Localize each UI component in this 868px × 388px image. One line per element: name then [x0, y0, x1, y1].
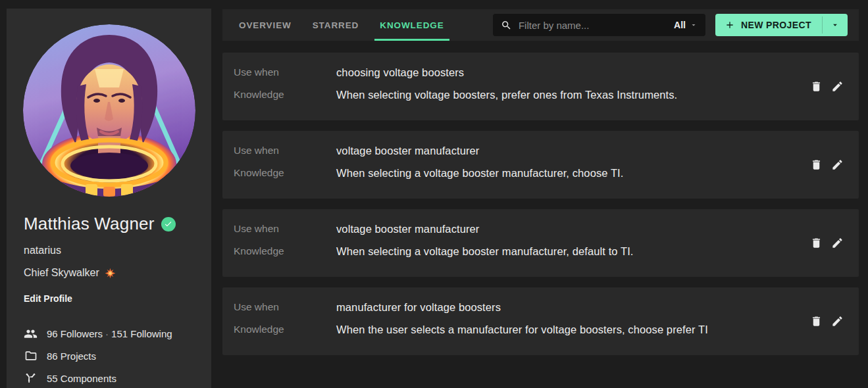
new-project-dropdown-button[interactable] [823, 14, 848, 36]
use-when-value: voltage booster manufacturer [336, 145, 479, 157]
pencil-icon [831, 80, 844, 93]
delete-button[interactable] [809, 314, 823, 329]
components-stat: 55 Components [24, 370, 198, 386]
edit-profile-link[interactable]: Edit Profile [24, 293, 72, 304]
followers-stat: 96 Followers·151 Following [24, 326, 198, 341]
delete-button[interactable] [809, 236, 823, 251]
use-when-value: manufacturer for voltage boosters [336, 301, 501, 314]
new-project-button[interactable]: NEW PROJECT [715, 14, 822, 36]
filter-scope-dropdown[interactable]: All [673, 18, 699, 32]
new-project-label: NEW PROJECT [741, 20, 811, 30]
edit-button[interactable] [830, 158, 844, 172]
use-when-label: Use when [234, 66, 336, 78]
knowledge-card: Use when voltage booster manufacturer Kn… [222, 209, 859, 277]
profile-username: natarius [24, 245, 198, 256]
delete-button[interactable] [809, 158, 823, 172]
knowledge-label: Knowledge [234, 324, 336, 335]
use-when-value: voltage booster manufacturer [336, 223, 479, 235]
pencil-icon [831, 315, 844, 327]
profile-name: Matthias Wagner [24, 214, 155, 234]
plus-icon [725, 20, 735, 30]
tab-starred[interactable]: STARRED [307, 9, 365, 41]
edit-button[interactable] [830, 80, 844, 94]
pencil-icon [831, 237, 844, 249]
knowledge-value: When selecting a voltage booster manufac… [336, 245, 634, 258]
projects-stat: 86 Projects [24, 348, 198, 364]
trash-icon [810, 80, 823, 93]
knowledge-card: Use when choosing voltage boosters Knowl… [222, 53, 859, 120]
knowledge-value: When selecting a voltage booster manufac… [336, 167, 623, 180]
use-when-value: choosing voltage boosters [336, 66, 464, 79]
knowledge-value: When the user selects a manufacturer for… [336, 324, 708, 336]
profile-page: Matthias Wagner natarius Chief Skywalker… [0, 0, 868, 388]
use-when-label: Use when [234, 145, 336, 157]
trash-icon [810, 158, 823, 171]
followers-count[interactable]: 96 Followers [47, 328, 103, 339]
edit-button[interactable] [830, 314, 844, 329]
tab-overview[interactable]: OVERVIEW [234, 9, 297, 41]
knowledge-label: Knowledge [234, 89, 336, 101]
filter-scope-value: All [674, 20, 686, 30]
avatar [23, 24, 195, 197]
profile-sidebar: Matthias Wagner natarius Chief Skywalker… [7, 9, 211, 388]
chevron-down-icon [690, 21, 698, 29]
knowledge-card: Use when voltage booster manufacturer Kn… [222, 131, 859, 199]
following-count[interactable]: 151 Following [111, 328, 172, 339]
search-icon [501, 20, 512, 31]
folder-icon [24, 349, 38, 363]
knowledge-value: When selecting voltage boosters, prefer … [336, 89, 677, 101]
verified-badge-icon [161, 217, 176, 231]
delete-button[interactable] [809, 80, 823, 94]
new-project-split-button: NEW PROJECT [715, 14, 848, 36]
profile-role: Chief Skywalker [24, 267, 99, 279]
use-when-label: Use when [234, 301, 336, 313]
filter-input[interactable] [519, 20, 673, 31]
chevron-down-icon [830, 20, 840, 30]
pencil-icon [831, 158, 844, 171]
knowledge-card: Use when manufacturer for voltage booste… [222, 287, 859, 355]
trash-icon [810, 237, 823, 249]
people-icon [24, 327, 38, 341]
components-count[interactable]: 55 Components [47, 373, 116, 384]
knowledge-label: Knowledge [234, 245, 336, 257]
tab-bar: OVERVIEW STARRED KNOWLEDGE All [222, 9, 859, 41]
use-when-label: Use when [234, 223, 336, 235]
trash-icon [810, 315, 823, 327]
starburst-icon [105, 268, 116, 279]
tab-knowledge[interactable]: KNOWLEDGE [374, 9, 449, 41]
knowledge-list: Use when choosing voltage boosters Knowl… [222, 53, 859, 355]
filter-search: All [493, 14, 705, 36]
fork-icon [24, 372, 38, 385]
projects-count[interactable]: 86 Projects [47, 351, 96, 362]
avatar-illustration [23, 24, 195, 197]
edit-button[interactable] [830, 236, 844, 251]
knowledge-label: Knowledge [234, 167, 336, 179]
main-content: OVERVIEW STARRED KNOWLEDGE All [222, 9, 859, 355]
